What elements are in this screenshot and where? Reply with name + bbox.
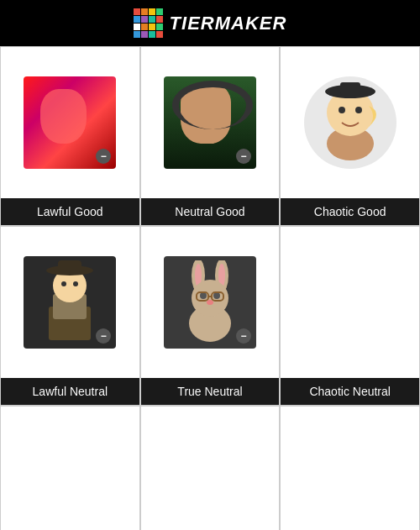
svg-point-21 xyxy=(207,300,213,305)
cell-content-lawful-good[interactable]: − xyxy=(1,47,139,198)
remove-button-neutral-good[interactable]: − xyxy=(236,149,251,164)
remove-button-lawful-good[interactable]: − xyxy=(96,149,111,164)
svg-point-5 xyxy=(355,107,362,113)
svg-rect-3 xyxy=(340,82,360,95)
cell-chaotic-good: Chaotic Good xyxy=(280,46,420,226)
cell-content-true-neutral[interactable]: − xyxy=(141,227,280,378)
app-title: TiERMAKER xyxy=(170,13,287,34)
alignment-grid: − Lawful Good − Neutral Good xyxy=(0,46,420,530)
cell-content-chaotic-good[interactable] xyxy=(281,47,419,198)
tiermaker-logo-icon xyxy=(134,8,163,38)
svg-point-20 xyxy=(213,292,220,299)
svg-point-19 xyxy=(200,292,207,299)
remove-button-true-neutral[interactable]: − xyxy=(236,328,251,344)
cell-chaotic-neutral: Chaotic Neutral xyxy=(280,226,420,406)
label-lawful-good: Lawful Good xyxy=(1,198,139,225)
label-neutral-good: Neutral Good xyxy=(141,198,280,225)
cell-true-neutral: − True Neutral xyxy=(140,226,281,406)
svg-point-4 xyxy=(339,107,345,113)
chaotic-good-svg xyxy=(308,81,392,165)
svg-point-12 xyxy=(73,281,78,286)
cell-chaotic-evil: Chaotic Evil xyxy=(280,406,420,530)
cell-content-chaotic-neutral[interactable] xyxy=(281,227,419,378)
cell-content-lawful-neutral[interactable]: − xyxy=(1,227,139,378)
label-chaotic-good: Chaotic Good xyxy=(281,198,419,225)
label-chaotic-neutral: Chaotic Neutral xyxy=(281,378,419,405)
cell-lawful-evil: Lawful Evil xyxy=(0,406,140,530)
cell-content-chaotic-evil[interactable] xyxy=(281,407,419,530)
cell-content-neutral-good[interactable]: − xyxy=(141,47,280,198)
cell-lawful-good: − Lawful Good xyxy=(0,46,140,226)
cell-content-neutral-evil[interactable] xyxy=(141,407,280,530)
label-true-neutral: True Neutral xyxy=(141,378,280,405)
svg-rect-10 xyxy=(58,260,81,272)
cell-neutral-good: − Neutral Good xyxy=(140,46,281,226)
image-neutral-good: − xyxy=(164,76,256,169)
label-lawful-neutral: Lawful Neutral xyxy=(1,378,139,405)
cell-content-lawful-evil[interactable] xyxy=(1,407,139,530)
cell-lawful-neutral: − Lawful Neutral xyxy=(0,226,140,406)
svg-point-11 xyxy=(61,281,66,286)
image-lawful-good: − xyxy=(24,76,116,169)
cell-neutral-evil: Neutral Evil xyxy=(140,406,281,530)
app-header: TiERMAKER xyxy=(0,0,420,46)
